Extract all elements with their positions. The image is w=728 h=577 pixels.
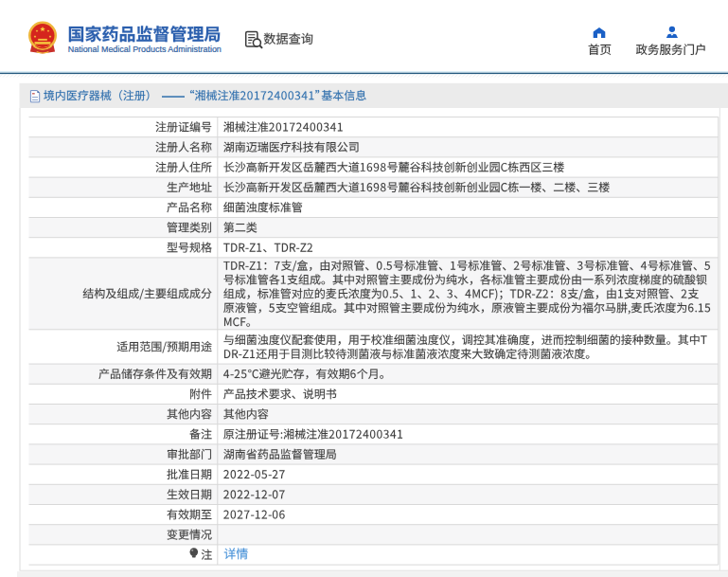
svg-text:National Medical Products Admi: National Medical Products Administration (68, 44, 222, 54)
